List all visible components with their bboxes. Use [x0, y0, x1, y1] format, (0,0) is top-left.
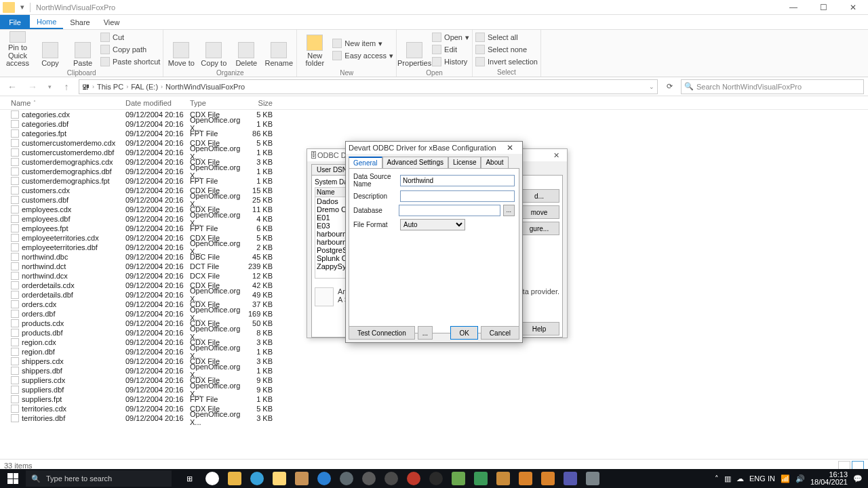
start-button[interactable] — [0, 469, 26, 488]
file-row[interactable]: territories.dbf09/12/2004 20:16OpenOffic… — [0, 413, 868, 423]
clock[interactable]: 16:13 18/04/2021 — [810, 471, 848, 486]
back-button[interactable]: ← — [4, 79, 20, 95]
maximize-button[interactable]: ☐ — [808, 3, 838, 12]
rename-button[interactable]: Rename — [264, 31, 294, 68]
taskbar-search[interactable]: 🔍Type here to search — [26, 470, 172, 487]
select-all-button[interactable]: Select all — [475, 31, 538, 43]
delete-button[interactable]: Delete — [231, 31, 261, 68]
paste-shortcut-button[interactable]: Paste shortcut — [100, 56, 160, 68]
tab-general[interactable]: General — [349, 157, 382, 168]
select-none-button[interactable]: Select none — [475, 43, 538, 55]
taskbar-app[interactable] — [402, 469, 425, 488]
language-indicator[interactable]: ENG IN — [749, 474, 775, 483]
minimize-button[interactable]: — — [778, 3, 808, 12]
file-row[interactable]: suppliers.dbf09/12/2004 20:16OpenOffice.… — [0, 385, 868, 394]
paste-button[interactable]: Paste — [68, 31, 98, 68]
cortana-button[interactable] — [201, 469, 223, 488]
breadcrumb-item[interactable]: FAL (E:)› — [131, 83, 163, 91]
browse-button[interactable]: ... — [503, 205, 515, 216]
tab-view[interactable]: View — [97, 15, 127, 29]
new-folder-button[interactable]: New folder — [300, 31, 330, 68]
taskbar-app[interactable] — [357, 469, 380, 488]
column-date[interactable]: Date modified — [125, 99, 190, 107]
column-name[interactable]: Name˄ — [7, 99, 125, 107]
tab-license[interactable]: License — [448, 157, 481, 168]
file-row[interactable]: suppliers.cdx09/12/2004 20:16CDX File9 K… — [0, 375, 868, 385]
invert-selection-button[interactable]: Invert selection — [475, 56, 538, 67]
tab-share[interactable]: Share — [63, 15, 96, 29]
taskbar-app[interactable] — [245, 469, 268, 488]
tab-advanced[interactable]: Advanced Settings — [382, 157, 448, 168]
file-format-select[interactable]: Auto — [400, 219, 465, 230]
cancel-button[interactable]: Cancel — [481, 326, 519, 340]
description-input[interactable] — [400, 190, 515, 202]
taskbar-app[interactable] — [290, 469, 313, 488]
dsn-input[interactable] — [400, 175, 515, 186]
devart-titlebar[interactable]: Devart ODBC Driver for xBase Configurati… — [346, 142, 522, 154]
taskbar-app[interactable] — [514, 469, 536, 488]
taskbar-app[interactable] — [223, 469, 245, 488]
close-button[interactable]: ✕ — [500, 143, 519, 152]
taskbar-app[interactable] — [536, 469, 559, 488]
ok-button[interactable]: OK — [450, 326, 477, 340]
close-button[interactable]: ✕ — [548, 151, 564, 160]
close-button[interactable]: ✕ — [838, 3, 868, 12]
taskbar-app[interactable] — [469, 469, 492, 488]
taskbar-app[interactable] — [492, 469, 514, 488]
help-button[interactable]: Help — [519, 322, 559, 336]
taskbar-app[interactable] — [313, 469, 335, 488]
up-button[interactable]: ↑ — [58, 79, 75, 95]
search-input[interactable]: 🔍 Search NorthWindVisualFoxPro — [681, 79, 864, 94]
history-button[interactable]: History — [432, 56, 469, 68]
taskbar-app[interactable] — [425, 469, 447, 488]
address-bar[interactable]: 🖳 › This PC› FAL (E:)› NorthWindVisualFo… — [79, 79, 658, 94]
breadcrumb-item[interactable]: This PC› — [97, 83, 128, 91]
easy-access-button[interactable]: Easy access▾ — [332, 50, 393, 62]
forward-button[interactable]: → — [24, 79, 41, 95]
taskbar-app[interactable] — [447, 469, 469, 488]
column-type[interactable]: Type — [190, 99, 244, 107]
qat-dropdown-icon[interactable]: ▾ — [18, 3, 27, 12]
add-button[interactable]: d... — [519, 189, 559, 203]
tab-about[interactable]: About — [481, 157, 508, 168]
cut-button[interactable]: Cut — [100, 32, 160, 43]
recent-dropdown[interactable]: ▾ — [45, 79, 54, 95]
file-row[interactable]: territories.cdx09/12/2004 20:16CDX File5… — [0, 404, 868, 413]
breadcrumb-item[interactable]: NorthWindVisualFoxPro — [165, 83, 245, 91]
file-row[interactable]: shippers.dbf09/12/2004 20:16OpenOffice.o… — [0, 366, 868, 375]
pin-to-quick-access-button[interactable]: Pin to Quick access — [3, 31, 33, 68]
file-row[interactable]: categories.fpt09/12/2004 20:16FPT File86… — [0, 129, 868, 138]
notifications-icon[interactable]: 💬 — [853, 474, 863, 483]
open-button[interactable]: Open▾ — [432, 32, 469, 43]
address-dropdown-icon[interactable]: ⌄ — [649, 83, 654, 90]
taskbar-app[interactable] — [335, 469, 357, 488]
copy-to-button[interactable]: Copy to — [199, 31, 229, 68]
configure-button[interactable]: gure... — [519, 222, 559, 235]
tab-home[interactable]: Home — [30, 15, 63, 29]
taskbar-app[interactable] — [581, 469, 604, 488]
file-row[interactable]: shippers.cdx09/12/2004 20:16CDX File3 KB — [0, 357, 868, 366]
refresh-button[interactable]: ⟳ — [662, 82, 677, 91]
properties-button[interactable]: Properties — [399, 31, 429, 68]
tray-icon[interactable]: ☁ — [736, 474, 744, 483]
task-view-button[interactable]: ⊞ — [178, 469, 201, 488]
remove-button[interactable]: move — [519, 205, 559, 219]
edit-button[interactable]: Edit — [432, 44, 469, 56]
test-connection-button[interactable]: Test Connection — [349, 326, 415, 340]
new-item-button[interactable]: New item▾ — [332, 38, 393, 49]
file-row[interactable]: suppliers.fpt09/12/2004 20:16FPT File1 K… — [0, 394, 868, 404]
file-tab[interactable]: File — [0, 15, 30, 29]
taskbar-app[interactable] — [559, 469, 581, 488]
tray-expand-icon[interactable]: ˄ — [715, 474, 719, 483]
column-size[interactable]: Size — [244, 99, 278, 107]
database-input[interactable] — [399, 205, 500, 216]
file-row[interactable]: categories.dbf09/12/2004 20:16OpenOffice… — [0, 119, 868, 129]
wifi-icon[interactable]: 📶 — [781, 474, 790, 483]
tray-icon[interactable]: ▥ — [724, 474, 731, 483]
copy-button[interactable]: Copy — [35, 31, 65, 68]
move-to-button[interactable]: Move to — [166, 31, 196, 68]
volume-icon[interactable]: 🔊 — [795, 474, 805, 483]
copy-path-button[interactable]: Copy path — [100, 44, 160, 56]
taskbar-app[interactable] — [268, 469, 290, 488]
file-row[interactable]: categories.cdx09/12/2004 20:16CDX File5 … — [0, 110, 868, 119]
